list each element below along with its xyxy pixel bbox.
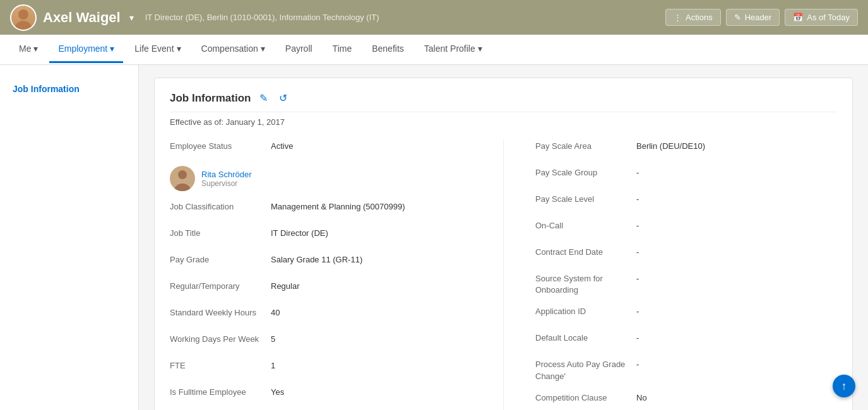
main-layout: Job Information Job Information ✎ ↺ Effe…: [0, 65, 868, 410]
nav-item-employment[interactable]: Employment▾: [49, 36, 123, 63]
field-value: IT Director (DE): [271, 226, 328, 239]
field-label: Regular/Temporary: [170, 279, 271, 292]
field-value: Regular: [271, 279, 300, 292]
field-row: FTE 1: [170, 359, 472, 377]
edit-button[interactable]: ✎: [257, 91, 270, 105]
user-name: Axel Waigel: [43, 9, 121, 26]
chevron-down-icon: ▾: [261, 44, 265, 54]
field-value: Management & Planning (50070999): [271, 200, 405, 213]
chevron-down-icon: ▾: [478, 44, 482, 54]
field-label: Pay Scale Area: [535, 139, 636, 152]
field-label: Pay Scale Group: [535, 166, 636, 179]
field-row: On-Call -: [535, 219, 837, 237]
job-information-card: Job Information ✎ ↺ Effective as of: Jan…: [154, 78, 853, 410]
field-label: FTE: [170, 359, 271, 372]
fields-container: Employee Status Active Rita Schröder Sup…: [170, 139, 837, 410]
field-value: -: [636, 245, 639, 258]
supervisor-row: Rita Schröder Supervisor: [170, 166, 472, 191]
nav-item-benefits[interactable]: Benefits: [363, 36, 413, 63]
field-value: Berlin (DEU/DE10): [636, 139, 705, 152]
content-area: Job Information ✎ ↺ Effective as of: Jan…: [139, 65, 868, 410]
top-bar-actions: ⋮ Actions ✎ Header 📅 As of Today: [665, 9, 858, 26]
field-row: Process Auto Pay Grade Change' -: [535, 358, 837, 382]
field-label: Process Auto Pay Grade Change': [535, 358, 636, 382]
field-label: Application ID: [535, 305, 636, 317]
field-label: Default Locale: [535, 331, 636, 344]
header-label: Header: [745, 13, 772, 22]
as-of-today-label: As of Today: [807, 13, 850, 22]
chevron-down-icon: ▾: [110, 44, 114, 54]
field-label: Source System for Onboarding: [535, 272, 636, 296]
supervisor-info: Rita Schröder Supervisor: [201, 170, 251, 188]
user-title: IT Director (DE), Berlin (1010-0001), In…: [145, 13, 379, 22]
field-row: Default Locale -: [535, 331, 837, 349]
chevron-down-icon: ▾: [33, 44, 38, 54]
sidebar-item-job-information[interactable]: Job Information: [0, 78, 138, 100]
calendar-icon: 📅: [793, 13, 803, 22]
right-column: Pay Scale Area Berlin (DEU/DE10) Pay Sca…: [535, 139, 837, 410]
user-name-dropdown-icon[interactable]: ▾: [129, 13, 134, 23]
field-label: Competition Clause: [535, 391, 636, 404]
field-row: Pay Scale Area Berlin (DEU/DE10): [535, 139, 837, 157]
field-row: Competition Clause No: [535, 391, 837, 409]
history-button[interactable]: ↺: [276, 91, 290, 105]
actions-button[interactable]: ⋮ Actions: [665, 9, 721, 26]
field-row: Employee Status Active: [170, 139, 472, 157]
field-label: Job Title: [170, 226, 271, 239]
field-value: -: [636, 331, 639, 344]
field-value: No: [636, 391, 647, 404]
field-label: Working Days Per Week: [170, 332, 271, 345]
field-row: Regular/Temporary Regular: [170, 279, 472, 297]
field-row: Pay Grade Salary Grade 11 (GR-11): [170, 253, 472, 271]
actions-dots-icon: ⋮: [674, 13, 682, 22]
field-label: Pay Grade: [170, 253, 271, 266]
field-value: -: [636, 166, 639, 179]
nav-item-time[interactable]: Time: [324, 36, 361, 63]
left-column: Employee Status Active Rita Schröder Sup…: [170, 139, 472, 410]
section-title: Job Information: [170, 92, 251, 105]
field-row: Working Days Per Week 5: [170, 332, 472, 350]
field-value: 5: [271, 332, 275, 345]
field-value: Salary Grade 11 (GR-11): [271, 253, 362, 266]
field-row: Pay Scale Level -: [535, 192, 837, 210]
avatar: [10, 4, 37, 31]
field-value: -: [636, 192, 639, 205]
navigation-bar: Me▾Employment▾Life Event▾Compensation▾Pa…: [0, 35, 868, 65]
field-value: 40: [271, 306, 280, 319]
as-of-today-button[interactable]: 📅 As of Today: [785, 9, 858, 26]
actions-label: Actions: [686, 13, 713, 22]
nav-item-me[interactable]: Me▾: [10, 36, 47, 63]
field-row: Pay Scale Group -: [535, 166, 837, 184]
field-value: Active: [271, 139, 293, 152]
supervisor-name[interactable]: Rita Schröder: [201, 170, 251, 179]
field-value: -: [636, 272, 639, 284]
field-value: -: [636, 219, 639, 231]
nav-item-talent-profile[interactable]: Talent Profile▾: [415, 36, 491, 63]
nav-item-life-event[interactable]: Life Event▾: [126, 36, 189, 63]
supervisor-avatar: [170, 166, 195, 191]
nav-item-compensation[interactable]: Compensation▾: [193, 36, 274, 63]
field-label: Standard Weekly Hours: [170, 306, 271, 319]
top-bar: Axel Waigel ▾ IT Director (DE), Berlin (…: [0, 0, 868, 35]
field-row: Contract End Date -: [535, 245, 837, 263]
field-label: On-Call: [535, 219, 636, 231]
field-label: Job Classification: [170, 200, 271, 213]
column-divider: [503, 139, 504, 410]
field-label: Employee Status: [170, 139, 271, 152]
field-value: -: [636, 305, 639, 317]
sidebar: Job Information: [0, 65, 139, 410]
field-value: Yes: [271, 385, 284, 398]
chevron-down-icon: ▾: [177, 44, 181, 54]
supervisor-role: Supervisor: [201, 179, 251, 188]
field-value: -: [636, 358, 639, 370]
nav-item-payroll[interactable]: Payroll: [276, 36, 321, 63]
field-row: Is Fulltime Employee Yes: [170, 385, 472, 403]
header-button[interactable]: ✎ Header: [726, 9, 780, 26]
header-edit-icon: ✎: [734, 13, 741, 22]
field-label: Pay Scale Level: [535, 192, 636, 205]
field-label: Contract End Date: [535, 245, 636, 258]
field-row: Standard Weekly Hours 40: [170, 306, 472, 324]
field-value: 1: [271, 359, 275, 372]
effective-date: Effective as of: January 1, 2017: [170, 117, 837, 127]
scroll-to-top-button[interactable]: ↑: [833, 375, 855, 397]
